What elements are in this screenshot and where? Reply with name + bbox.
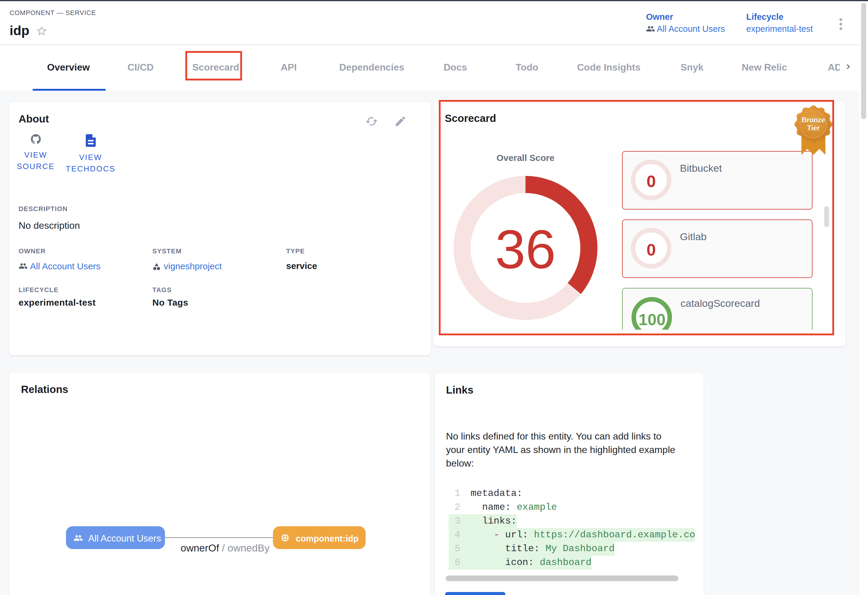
svg-text:Tier: Tier	[807, 124, 820, 132]
svg-text:Bronze: Bronze	[802, 116, 825, 124]
